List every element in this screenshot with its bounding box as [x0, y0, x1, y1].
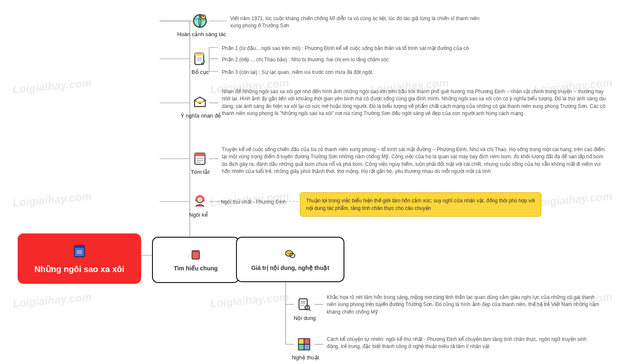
- svg-rect-50: [299, 344, 304, 350]
- label-nghe-thuat: Nghệ thuật: [292, 354, 319, 361]
- watermark: Loigiaihay.com: [210, 291, 289, 310]
- text-tom-tat: Truyện kể về cuộc sống chiến đấu của ba …: [222, 146, 608, 175]
- svg-rect-51: [304, 344, 310, 350]
- text-nghe-thuat: Cách kể chuyện tự nhiên: ngôi kể thứ nhấ…: [327, 336, 600, 351]
- root-title: Những ngôi sao xa xôi: [34, 264, 124, 274]
- watermark: Loigiaihay.com: [12, 190, 92, 209]
- watermark: Loigiaihay.com: [533, 190, 613, 209]
- svg-line-47: [309, 309, 310, 311]
- doc-search-icon: [295, 295, 313, 314]
- book-red-icon: [189, 249, 202, 262]
- label-tom-tat: Tóm tắt: [191, 169, 210, 175]
- text-bocuc-1: Phần 1 (từ đầu... ngôi sao trên mũ) : Ph…: [222, 45, 516, 52]
- node-gia-tri[interactable]: Giá trị nội dung, nghệ thuật: [236, 237, 344, 282]
- svg-point-23: [287, 253, 288, 254]
- chat-icon: [283, 248, 297, 262]
- text-bocuc-2: Phần 2 (tiếp ... chị Thao bảo) : Nho bị …: [222, 56, 516, 63]
- text-bocuc-3: Phần 3 (còn lại) : Sự lạc quan, niềm vui…: [222, 69, 516, 76]
- node-label: Giá trị nội dung, nghệ thuật: [251, 264, 329, 271]
- svg-rect-21: [192, 251, 199, 252]
- watermark: Loigiaihay.com: [12, 76, 92, 96]
- label-hoan-canh: Hoàn cảnh sáng tác: [177, 31, 226, 37]
- node-tim-hieu-chung[interactable]: Tìm hiểu chung: [152, 237, 239, 283]
- text-y-nghia: Nhan đề Những ngôi sao xa xôi gợi nhớ đế…: [222, 88, 608, 118]
- svg-rect-35: [195, 153, 205, 157]
- svg-rect-49: [304, 339, 310, 345]
- svg-rect-17: [74, 245, 84, 248]
- person-headset-icon: [191, 192, 209, 211]
- book-icon: [72, 244, 87, 261]
- newspaper-icon: [191, 149, 209, 168]
- svg-rect-41: [203, 199, 205, 202]
- svg-point-29: [203, 16, 204, 17]
- envelope-icon: [191, 93, 209, 112]
- root-node[interactable]: Những ngôi sao xa xôi: [18, 233, 141, 284]
- label-bo-cuc: Bố cục: [192, 69, 209, 75]
- puzzle-icon: [295, 335, 313, 354]
- ngoi-ke-mid: Ngôi thứ nhất - Phương Định: [221, 199, 286, 205]
- svg-point-24: [289, 253, 289, 254]
- list-check-icon: [191, 50, 209, 68]
- svg-rect-31: [195, 53, 204, 56]
- node-label: Tìm hiểu chung: [174, 265, 218, 272]
- svg-rect-40: [195, 199, 197, 202]
- watermark: Loigiaihay.com: [12, 291, 92, 310]
- label-noi-dung: Nội dung: [294, 315, 316, 321]
- label-ngoi-ke: Ngôi kể: [189, 212, 208, 218]
- svg-rect-48: [299, 339, 304, 345]
- globe-icon: [191, 12, 209, 30]
- text-noi-dung: Khắc họa rõ nét tâm hồn trong sáng, mộng…: [327, 294, 600, 316]
- text-hoan-canh: Viết năm 1971, lúc cuộc kháng chiến chốn…: [230, 15, 491, 30]
- label-y-nghia: Ý nghĩa nhan đề: [181, 113, 221, 119]
- highlight-ngoi-ke: Thuận lợi trong việc biểu hiện thế giới …: [300, 192, 541, 217]
